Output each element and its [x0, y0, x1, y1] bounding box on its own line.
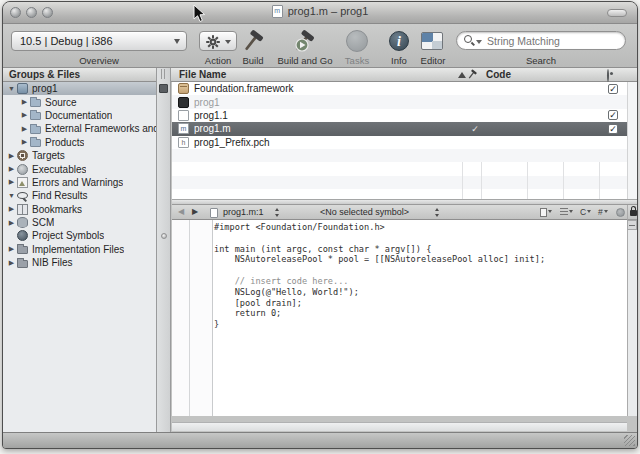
- code-view[interactable]: #import <Foundation/Foundation.h> int ma…: [214, 222, 627, 416]
- doc-m-icon: [178, 123, 189, 134]
- build-check-icon: ✓: [468, 124, 482, 134]
- editor-horizontal-scrollbar[interactable]: [172, 422, 627, 431]
- disclosure-right-icon[interactable]: ▶: [6, 205, 17, 213]
- disclosure-right-icon[interactable]: ▶: [6, 165, 17, 173]
- overview-popup[interactable]: 10.5 | Debug | i386: [11, 31, 187, 51]
- symbol-crumb-stepper[interactable]: [434, 207, 441, 218]
- build-column-header[interactable]: [467, 69, 478, 82]
- warning-column-header[interactable]: [569, 71, 579, 82]
- go-back-button[interactable]: ◀: [178, 207, 184, 216]
- sidebar-item-scm[interactable]: ▶SCM: [3, 216, 156, 229]
- splitter-dimple-icon[interactable]: [161, 233, 167, 239]
- build-button[interactable]: [239, 27, 269, 55]
- counterpart-menu-button[interactable]: C: [580, 207, 591, 219]
- disclosure-right-icon[interactable]: ▶: [6, 219, 17, 227]
- sidebar-item-label: prog1: [32, 83, 58, 94]
- sidebar-item-prog1[interactable]: ▼prog1: [3, 82, 156, 95]
- sidebar-item-targets[interactable]: ▶Targets: [3, 149, 156, 162]
- disclosure-right-icon[interactable]: ▶: [19, 111, 30, 119]
- sidebar-item-external-frameworks-and[interactable]: ▶External Frameworks and: [3, 122, 156, 135]
- tasks-button[interactable]: [342, 27, 372, 55]
- sidebar-item-source[interactable]: ▶Source: [3, 95, 156, 108]
- sidebar-item-implementation-files[interactable]: ▶Implementation Files: [3, 243, 156, 256]
- code-line[interactable]: }: [214, 319, 627, 330]
- code-line[interactable]: // insert code here...: [214, 276, 627, 287]
- overview-value: 10.5 | Debug | i386: [20, 35, 113, 47]
- code-line[interactable]: [214, 265, 627, 276]
- search-input[interactable]: [485, 33, 620, 48]
- column-header-row: Groups & Files File Name Code: [3, 68, 637, 82]
- disclosure-down-icon[interactable]: ▼: [6, 192, 17, 199]
- disclosure-down-icon[interactable]: ▼: [6, 85, 17, 92]
- splitter-widget[interactable]: [159, 84, 168, 93]
- sidebar-item-products[interactable]: ▶Products: [3, 136, 156, 149]
- gear-icon: [206, 35, 220, 49]
- search-menu-arrow-icon[interactable]: [476, 40, 482, 44]
- file-row-foundation-framework[interactable]: Foundation.framework✓: [172, 82, 627, 95]
- disclosure-right-icon[interactable]: ▶: [6, 152, 17, 160]
- groups-and-files-header[interactable]: Groups & Files: [9, 69, 80, 80]
- target-column-header[interactable]: [607, 70, 609, 81]
- sidebar-item-nib-files[interactable]: ▶NIB Files: [3, 256, 156, 269]
- splitter-grip-icon[interactable]: [161, 69, 167, 79]
- editor-vertical-scrollbar[interactable]: [627, 205, 637, 416]
- file-row-prog1-m[interactable]: prog1.m✓✓: [172, 122, 627, 135]
- code-line[interactable]: [214, 233, 627, 244]
- sidebar-item-label: Project Symbols: [32, 230, 104, 241]
- build-and-go-button[interactable]: [289, 27, 319, 55]
- disclosure-right-icon[interactable]: ▶: [19, 138, 30, 146]
- code-line[interactable]: [pool drain];: [214, 298, 627, 309]
- toolbar-toggle-capsule[interactable]: [607, 9, 627, 17]
- sidebar-item-label: Find Results: [32, 190, 88, 201]
- code-line[interactable]: return 0;: [214, 308, 627, 319]
- go-forward-button[interactable]: ▶: [192, 207, 198, 216]
- code-line[interactable]: NSLog(@"Hello, World!");: [214, 287, 627, 298]
- search-field[interactable]: [456, 31, 626, 50]
- action-button[interactable]: [199, 31, 237, 51]
- code-line[interactable]: NSAutoreleasePool * pool = [[NSAutorelea…: [214, 254, 627, 265]
- code-line[interactable]: #import <Foundation/Foundation.h>: [214, 222, 627, 233]
- target-membership-checkbox[interactable]: ✓: [608, 124, 618, 134]
- resize-grip-icon[interactable]: [624, 435, 635, 446]
- code-column-header[interactable]: Code: [486, 69, 511, 80]
- file-list-scrollbar[interactable]: [627, 82, 637, 199]
- menu-arrow-icon: [587, 210, 591, 213]
- info-button[interactable]: i: [384, 27, 414, 55]
- sort-ascending-icon[interactable]: [458, 72, 466, 78]
- breakpoints-menu-button[interactable]: [560, 207, 573, 219]
- file-name-header[interactable]: File Name: [179, 69, 226, 80]
- symbol-crumb[interactable]: <No selected symbol>: [320, 207, 409, 217]
- sidebar-item-bookmarks[interactable]: ▶Bookmarks: [3, 203, 156, 216]
- folder-icon: [30, 99, 41, 107]
- bookmarks-menu-button[interactable]: [540, 207, 552, 219]
- disclosure-right-icon[interactable]: ▶: [19, 98, 30, 106]
- status-bar: [3, 432, 637, 448]
- file-row-prog1-prefix-pch[interactable]: prog1_Prefix.pch: [172, 136, 627, 149]
- file-crumb[interactable]: prog1.m:1: [223, 207, 264, 217]
- split-editor-button[interactable]: [627, 220, 637, 230]
- sidebar-item-find-results[interactable]: ▼Find Results: [3, 189, 156, 202]
- target-membership-checkbox[interactable]: ✓: [608, 84, 618, 94]
- pane-splitter[interactable]: [156, 68, 171, 432]
- disclosure-right-icon[interactable]: ▶: [19, 125, 30, 133]
- disclosure-right-icon[interactable]: ▶: [6, 259, 17, 267]
- breakpoint-gutter[interactable]: [172, 220, 213, 416]
- disclosure-right-icon[interactable]: ▶: [6, 245, 17, 253]
- sidebar-item-executables[interactable]: ▶Executables: [3, 162, 156, 175]
- file-row-prog1-1[interactable]: prog1.1✓: [172, 109, 627, 122]
- target-membership-checkbox[interactable]: ✓: [608, 110, 618, 120]
- sidebar-item-documentation[interactable]: ▶Documentation: [3, 109, 156, 122]
- sidebar-item-project-symbols[interactable]: Project Symbols: [3, 229, 156, 242]
- sidebar-item-label: External Frameworks and: [45, 123, 156, 134]
- snapshot-button[interactable]: [616, 208, 625, 217]
- source-editor[interactable]: #import <Foundation/Foundation.h> int ma…: [172, 220, 627, 416]
- file-crumb-stepper[interactable]: [274, 207, 281, 218]
- code-line[interactable]: int main (int argc, const char * argv[])…: [214, 244, 627, 255]
- editor-button[interactable]: [417, 27, 447, 55]
- lock-icon[interactable]: [630, 210, 637, 216]
- title-bar[interactable]: prog1.m – prog1: [3, 2, 637, 24]
- included-files-menu-button[interactable]: #: [598, 207, 608, 219]
- disclosure-right-icon[interactable]: ▶: [6, 178, 17, 186]
- sidebar-item-errors-and-warnings[interactable]: ▶Errors and Warnings: [3, 176, 156, 189]
- file-row-prog1[interactable]: prog1: [172, 95, 627, 108]
